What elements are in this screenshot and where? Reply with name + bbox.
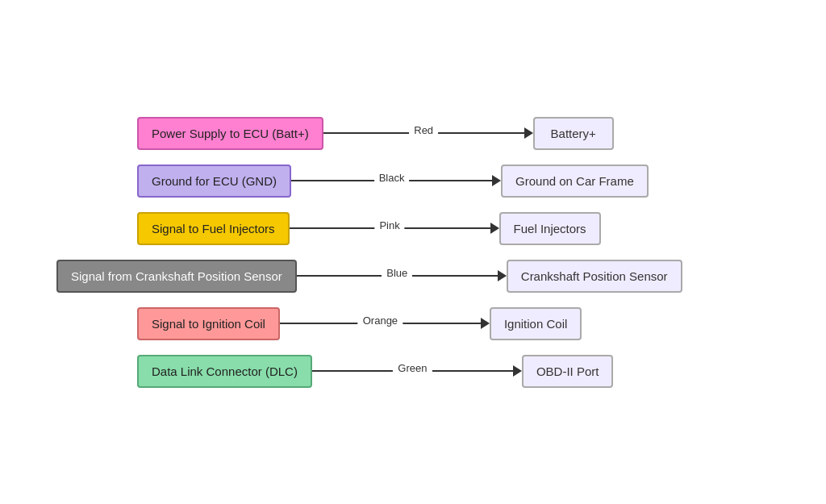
wire-label-2: Black [374,172,410,184]
source-box-4: Signal from Crankshaft Position Sensor [56,260,297,293]
source-box-6: Data Link Connector (DLC) [137,355,312,388]
source-box-5: Signal to Ignition Coil [137,307,280,340]
target-box-5: Ignition Coil [490,307,582,340]
target-box-1: Battery+ [533,117,614,150]
wire-line-4: Blue [297,275,498,277]
wiring-row-6: Data Link Connector (DLC)GreenOBD-II Por… [137,355,794,388]
arrow-6 [513,365,522,377]
wiring-diagram: Power Supply to ECU (Batt+)RedBattery+Gr… [0,101,826,404]
source-box-3: Signal to Fuel Injectors [137,212,290,245]
connector-2: Black [291,175,501,186]
arrow-3 [490,223,499,234]
wiring-row-3: Signal to Fuel InjectorsPinkFuel Injecto… [137,212,794,245]
connector-1: Red [323,127,533,139]
wire-line-5: Orange [280,323,481,324]
wire-label-5: Orange [358,314,403,327]
wire-label-4: Blue [382,267,412,279]
connector-3: Pink [290,223,499,234]
arrow-2 [492,175,501,186]
source-box-2: Ground for ECU (GND) [137,165,291,198]
wire-line-3: Pink [290,227,490,229]
connector-4: Blue [297,270,507,281]
connector-6: Green [312,365,522,377]
arrow-1 [524,127,533,139]
target-box-2: Ground on Car Frame [501,165,649,198]
wiring-row-5: Signal to Ignition CoilOrangeIgnition Co… [137,307,794,340]
target-box-6: OBD-II Port [522,355,614,388]
arrow-5 [481,318,490,329]
wire-label-6: Green [393,362,432,374]
wiring-row-4: Signal from Crankshaft Position SensorBl… [56,260,794,293]
source-box-1: Power Supply to ECU (Batt+) [137,117,323,150]
wire-line-6: Green [312,370,513,372]
arrow-4 [498,270,507,281]
connector-5: Orange [280,318,490,329]
wire-line-1: Red [323,132,524,134]
wiring-row-2: Ground for ECU (GND)BlackGround on Car F… [137,165,794,198]
wire-label-1: Red [409,124,438,136]
wiring-row-1: Power Supply to ECU (Batt+)RedBattery+ [137,117,794,150]
wire-line-2: Black [291,180,492,181]
target-box-3: Fuel Injectors [499,212,601,245]
wire-label-3: Pink [374,219,404,231]
target-box-4: Crankshaft Position Sensor [507,260,682,293]
